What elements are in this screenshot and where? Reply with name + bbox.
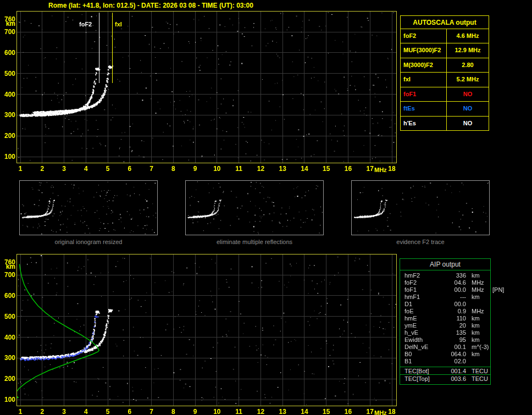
aip-row: hmF2336km	[404, 272, 490, 279]
top-ionogram-frame	[16, 11, 397, 163]
autoscala-row-label: fxI	[401, 73, 447, 86]
y-tick-label: 500	[0, 313, 15, 320]
x-tick-label: 10	[211, 408, 223, 415]
aip-row: foF204.6MHz	[404, 279, 490, 286]
aip-row-value: ---	[437, 294, 466, 301]
bottom-profile-frame	[16, 254, 397, 406]
aip-row-unit: km	[472, 322, 480, 329]
aip-row: D100.0	[404, 301, 490, 308]
aip-tec-row: TEC[Bot]001.4TECU	[400, 367, 490, 374]
aip-row: foE0.9MHz	[404, 308, 490, 315]
bottom-x-axis-unit-label: MHz	[374, 410, 387, 415]
aip-row-label: foE	[404, 308, 437, 315]
aip-row-value: 00.0	[437, 301, 466, 308]
autoscala-row: M(3000)F22.80	[401, 58, 489, 73]
aip-row-label: hmF2	[404, 272, 437, 279]
autoscala-row-value: 2.80	[447, 58, 489, 72]
aip-row: B102.0	[404, 358, 490, 365]
y-tick-label: 400	[0, 91, 15, 98]
x-tick-label: 8	[167, 165, 179, 173]
aip-row-label: ymE	[404, 322, 437, 329]
aip-row-value: 0.9	[437, 308, 466, 315]
x-tick-label: 1	[14, 165, 26, 173]
y-tick-label: 100	[0, 153, 15, 161]
x-tick-label: 13	[276, 408, 289, 415]
y-tick-label: 400	[0, 334, 15, 341]
y-tick-label: 300	[0, 111, 15, 119]
aip-row-label: D1	[404, 301, 437, 308]
aip-panel-title: AIP output	[400, 259, 490, 270]
aip-row-unit: MHz	[472, 308, 484, 315]
aip-row: hmE110km	[404, 315, 490, 322]
aip-row-label: hmF1	[404, 294, 437, 301]
x-tick-label: 16	[342, 408, 354, 415]
y-tick-label: 200	[0, 132, 15, 140]
aip-row-value: 336	[437, 272, 466, 279]
aip-rows: hmF2336kmfoF204.6MHzfoF100.0MHz[PN]hmF1-…	[400, 270, 490, 365]
autoscala-row-value: 4.6 MHz	[447, 29, 489, 43]
thumbnail-original-ionogram-canvas	[20, 181, 157, 235]
aip-row-label: DelN_vE	[404, 344, 437, 351]
thumbnail-caption-evidence: evidence F2 trace	[351, 239, 490, 245]
aip-row-value: 04.6	[437, 279, 466, 286]
aip-row-value: 135	[437, 329, 466, 336]
x-tick-label: 16	[342, 165, 354, 173]
aip-row-value: 00.0	[437, 286, 466, 294]
x-tick-label: 7	[146, 165, 158, 173]
x-tick-label: 11	[233, 165, 245, 173]
y-tick-label: 600	[0, 49, 15, 57]
aip-row-label: B0	[404, 351, 437, 358]
autoscala-row-label: foF1	[401, 87, 447, 101]
bottom-y-axis-unit-label: km	[0, 263, 15, 270]
thumbnail-original-ionogram	[19, 180, 158, 235]
aip-row-label: foF2	[404, 279, 437, 286]
x-tick-label: 3	[58, 165, 70, 173]
top-ionogram-canvas	[17, 12, 396, 163]
aip-row-unit: km	[472, 329, 480, 336]
aip-row: Ewidth95km	[404, 336, 490, 344]
aip-row-unit: m^(-3)	[472, 344, 489, 351]
x-tick-label: 6	[124, 408, 136, 415]
x-tick-label: 12	[254, 165, 267, 173]
aip-row-unit: MHz	[472, 279, 484, 286]
aip-row: ymE20km	[404, 322, 490, 329]
autoscala-row: foF24.6 MHz	[401, 29, 489, 43]
autoscala-row-label: ftEs	[401, 102, 447, 115]
autoscala-row: h'EsNO	[401, 117, 489, 130]
aip-row-label: hmE	[404, 315, 437, 322]
autoscala-panel-title: AUTOSCALA output	[401, 16, 489, 29]
x-tick-label: 14	[298, 408, 311, 415]
autoscala-row-label: h'Es	[401, 117, 447, 130]
thumbnail-eliminate-reflections-canvas	[186, 181, 323, 235]
aip-row-label: B1	[404, 358, 437, 365]
aip-tec-unit: TECU	[472, 375, 488, 382]
thumbnail-caption-original: original ionogram resized	[19, 239, 158, 245]
y-tick-label: 600	[0, 292, 15, 300]
autoscala-row: ftEsNO	[401, 102, 489, 116]
aip-row: h_vE135km	[404, 329, 490, 336]
aip-row-unit: km	[472, 272, 480, 279]
x-tick-label: 7	[146, 408, 158, 415]
x-tick-label: 15	[320, 165, 332, 173]
x-tick-label: 5	[102, 408, 114, 415]
x-tick-label: 9	[189, 408, 201, 415]
x-tick-label: 2	[36, 408, 48, 415]
aip-tec-label: TEC[Top]	[404, 375, 437, 382]
autoscala-row-value: NO	[447, 102, 489, 115]
y-tick-label: 200	[0, 375, 15, 383]
autoscala-row-value: NO	[447, 117, 489, 130]
aip-tec-value: 003.6	[437, 375, 466, 382]
x-tick-label: 9	[189, 165, 201, 173]
thumbnail-caption-eliminate: eliminate multiple reflections	[185, 239, 324, 245]
aip-row-extra: [PN]	[492, 286, 504, 293]
autoscala-rows: foF24.6 MHzMUF(3000)F212.9 MHzM(3000)F22…	[401, 29, 489, 130]
thumbnail-evidence-f2-trace	[351, 180, 490, 235]
x-tick-label: 6	[124, 165, 136, 173]
x-tick-label: 2	[36, 165, 48, 173]
aip-row-label: Ewidth	[404, 336, 437, 344]
autoscala-output-panel: AUTOSCALA output foF24.6 MHzMUF(3000)F21…	[400, 15, 489, 131]
autoscala-row-value: 12.9 MHz	[447, 43, 489, 57]
top-x-axis-unit-label: MHz	[374, 167, 387, 173]
station-date-header: Rome (lat: +41.8, lon: 012.5) - DATE: 20…	[48, 2, 253, 9]
x-tick-label: 14	[298, 165, 311, 173]
